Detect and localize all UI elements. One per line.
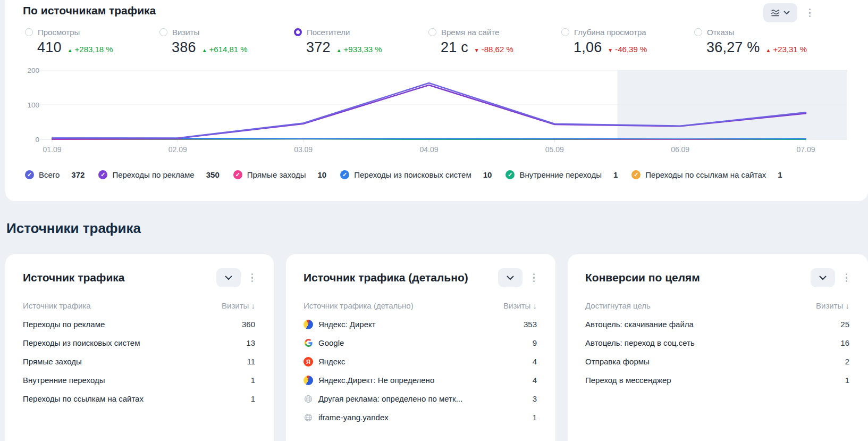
legend-item-total[interactable]: Всего 372 — [25, 170, 85, 179]
widget-goal-conversions: Конверсии по целям Достигнутая цель Визи… — [568, 254, 868, 441]
column-header[interactable]: Источник трафика (детально) — [304, 301, 414, 310]
metric-delta: ▼-46,39 % — [608, 45, 647, 54]
column-header[interactable]: Достигнутая цель — [585, 301, 651, 310]
metric-label: Глубина просмотра — [574, 28, 646, 37]
table-row[interactable]: Переход в мессенджер1 — [585, 371, 849, 389]
yandex-icon: Я — [304, 357, 313, 367]
svg-text:200: 200 — [27, 67, 39, 74]
trend-arrow-icon: ▲ — [765, 47, 771, 53]
metric-time-on-site[interactable]: Время на сайте 21 с ▼-88,62 % — [428, 28, 513, 56]
legend-item-site-links[interactable]: Переходы по ссылкам на сайтах 1 — [631, 170, 782, 179]
chart-type-button[interactable] — [763, 3, 797, 22]
metric-delta: ▲+933,33 % — [336, 45, 382, 54]
metric-delta: ▲+283,18 % — [68, 45, 113, 54]
yandex-direct-icon — [304, 376, 313, 385]
trend-arrow-icon: ▲ — [336, 47, 342, 53]
checkbox-checked-icon[interactable] — [631, 170, 641, 179]
chart-legend: Всего 372 Переходы по рекламе 350 Прямые… — [25, 170, 857, 179]
table-row[interactable]: Автоцель: переход в соц.сеть16 — [585, 334, 849, 352]
widget-menu-kebab-icon[interactable] — [807, 6, 813, 20]
legend-item-internal[interactable]: Внутренние переходы 1 — [505, 170, 618, 179]
trend-arrow-icon: ▼ — [474, 47, 479, 53]
table-row[interactable]: Переходы по ссылкам на сайтах1 — [23, 389, 255, 408]
metric-value: 386 — [172, 39, 196, 56]
svg-text:100: 100 — [27, 101, 39, 109]
metric-bounces[interactable]: Отказы 36,27 % ▲+23,31 % — [694, 28, 807, 56]
table-row[interactable]: Внутренние переходы1 — [23, 371, 255, 389]
yandex-direct-icon — [304, 320, 313, 329]
widgets-row: Источник трафика Источник трафика Визиты… — [5, 254, 868, 441]
svg-text:07.09: 07.09 — [796, 145, 815, 154]
trend-arrow-icon: ▲ — [68, 47, 73, 53]
checkbox-checked-icon[interactable] — [340, 170, 349, 179]
widget-menu-kebab-icon[interactable] — [844, 271, 850, 285]
collapse-button[interactable] — [811, 268, 835, 287]
trend-arrow-icon: ▼ — [608, 47, 613, 53]
collapse-button[interactable] — [216, 268, 241, 287]
metric-value: 372 — [306, 39, 331, 56]
radio-icon[interactable] — [25, 28, 33, 36]
table-row[interactable]: Другая реклама: определено по метк... 3 — [304, 389, 537, 408]
table-row[interactable]: Google 9 — [304, 334, 537, 352]
legend-item-search[interactable]: Переходы из поисковых систем 10 — [340, 170, 492, 179]
metric-value: 410 — [37, 39, 62, 56]
metric-selector-row: Просмотры 410 ▲+283,18 % Визиты 386 ▲+61… — [5, 28, 868, 62]
checkbox-checked-icon[interactable] — [98, 170, 107, 179]
collapse-button[interactable] — [498, 268, 523, 287]
chevron-down-icon — [783, 11, 790, 15]
globe-icon — [304, 413, 313, 422]
section-title: Источники трафика — [6, 220, 141, 237]
radio-icon[interactable] — [159, 28, 167, 36]
column-header-sorted[interactable]: Визиты ↓ — [222, 301, 255, 310]
metric-visitors[interactable]: Посетители 372 ▲+933,33 % — [294, 28, 382, 56]
widget-menu-kebab-icon[interactable] — [249, 271, 256, 285]
metric-visits[interactable]: Визиты 386 ▲+614,81 % — [159, 28, 248, 56]
table-row[interactable]: Яндекс.Директ: Не определено 4 — [304, 371, 537, 389]
checkbox-checked-icon[interactable] — [25, 170, 34, 179]
column-header-sorted[interactable]: Визиты ↓ — [816, 301, 849, 310]
chevron-down-icon — [225, 276, 232, 280]
legend-item-ad[interactable]: Переходы по рекламе 350 — [98, 170, 219, 179]
widget-controls — [763, 3, 813, 22]
trend-arrow-icon: ▲ — [202, 47, 207, 53]
column-header[interactable]: Источник трафика — [23, 301, 91, 310]
metric-label: Просмотры — [38, 28, 80, 37]
widget-title: Источник трафика (детально) — [304, 271, 468, 284]
metric-views[interactable]: Просмотры 410 ▲+283,18 % — [25, 28, 113, 56]
metric-value: 21 с — [441, 39, 468, 56]
svg-text:02.09: 02.09 — [168, 145, 187, 154]
checkbox-checked-icon[interactable] — [233, 170, 242, 179]
metric-label: Визиты — [172, 28, 199, 37]
traffic-trend-chart[interactable]: 010020001.0902.0903.0904.0905.0906.0907.… — [5, 67, 868, 156]
radio-icon[interactable] — [294, 28, 302, 36]
widget-traffic-source-detailed: Источник трафика (детально) Источник тра… — [286, 254, 555, 441]
metric-delta: ▼-88,62 % — [474, 45, 513, 54]
radio-icon[interactable] — [561, 28, 569, 36]
google-icon — [304, 338, 313, 348]
checkbox-checked-icon[interactable] — [505, 170, 515, 179]
radio-icon[interactable] — [428, 28, 436, 36]
widget-menu-kebab-icon[interactable] — [531, 271, 537, 285]
table-row[interactable]: iframe-yang.yandex 1 — [304, 408, 537, 427]
table-row[interactable]: Яндекс: Директ 353 — [304, 315, 537, 334]
metric-label: Время на сайте — [441, 28, 499, 37]
chevron-down-icon — [819, 276, 827, 280]
svg-text:03.09: 03.09 — [294, 145, 313, 154]
column-header-sorted[interactable]: Визиты ↓ — [503, 301, 537, 310]
widget-title: Источник трафика — [23, 271, 124, 284]
metric-depth[interactable]: Глубина просмотра 1,06 ▼-46,39 % — [561, 28, 647, 56]
svg-text:06.09: 06.09 — [671, 145, 689, 154]
metric-delta: ▲+23,31 % — [765, 45, 807, 54]
radio-icon[interactable] — [694, 28, 702, 36]
legend-item-direct[interactable]: Прямые заходы 10 — [233, 170, 326, 179]
svg-text:04.09: 04.09 — [419, 145, 438, 154]
table-row[interactable]: Автоцель: скачивание файла25 — [585, 315, 849, 334]
table-row[interactable]: ЯЯндекс 4 — [304, 352, 537, 371]
table-row[interactable]: Прямые заходы11 — [23, 352, 255, 371]
table-row[interactable]: Переходы по рекламе360 — [23, 315, 255, 334]
table-row[interactable]: Переходы из поисковых систем13 — [23, 334, 255, 352]
metric-label: Отказы — [707, 28, 734, 37]
globe-icon — [304, 394, 313, 404]
table-row[interactable]: Отправка формы2 — [585, 352, 849, 371]
metric-delta: ▲+614,81 % — [202, 45, 248, 54]
